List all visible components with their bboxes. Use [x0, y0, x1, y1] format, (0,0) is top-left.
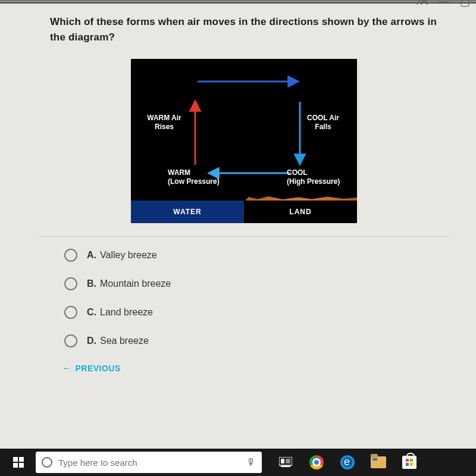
option-d-label: D.Sea breeze	[87, 336, 149, 346]
radio-d[interactable]	[64, 334, 77, 347]
store-icon	[402, 456, 416, 469]
land-region: LAND	[244, 201, 357, 223]
diagram-container: WARM Air Rises COOL Air Falls WARM (Low …	[50, 59, 438, 223]
glyph-min: —	[439, 0, 449, 8]
label-cool-high-pressure: COOL (High Pressure)	[287, 168, 344, 186]
quiz-content: Which of these forms when air moves in t…	[0, 4, 476, 374]
question-text: Which of these forms when air moves in t…	[50, 14, 438, 45]
search-input[interactable]	[58, 458, 240, 468]
window-controls-cutoff: ⁄A — ▢	[419, 0, 470, 8]
option-a[interactable]: A.Valley breeze	[64, 249, 438, 262]
radio-c[interactable]	[64, 306, 77, 319]
svg-rect-7	[281, 466, 290, 467]
air-circulation-diagram: WARM Air Rises COOL Air Falls WARM (Low …	[131, 59, 357, 223]
option-b-label: B.Mountain breeze	[87, 278, 171, 289]
start-button[interactable]	[5, 449, 32, 476]
label-cool-air-falls: COOL Air Falls	[306, 114, 340, 131]
chrome-icon	[309, 455, 324, 469]
arrow-left-icon: ←	[62, 363, 72, 374]
water-label: WATER	[173, 208, 201, 216]
chrome-app[interactable]	[308, 454, 325, 471]
file-explorer-app[interactable]	[370, 454, 387, 471]
label-warm-low-pressure: WARM (Low Pressure)	[168, 168, 221, 186]
cortana-icon	[42, 457, 52, 468]
label-warm-air-rises: WARM Air Rises	[144, 114, 184, 131]
folder-icon	[371, 456, 386, 468]
windows-taskbar[interactable]: 🎙	[0, 449, 476, 476]
edge-icon	[340, 455, 355, 469]
glyph-box: ▢	[460, 0, 470, 8]
divider	[38, 236, 450, 237]
microsoft-store-app[interactable]	[401, 454, 418, 471]
option-b[interactable]: B.Mountain breeze	[64, 277, 438, 290]
option-a-label: A.Valley breeze	[87, 250, 157, 261]
edge-app[interactable]	[339, 454, 356, 471]
answer-options: A.Valley breeze B.Mountain breeze C.Land…	[50, 249, 438, 347]
windows-logo-icon	[13, 457, 24, 468]
radio-a[interactable]	[64, 249, 77, 262]
land-label: LAND	[289, 208, 311, 216]
glyph-cut: ⁄A	[419, 0, 428, 8]
svg-rect-6	[286, 459, 290, 464]
water-region: WATER	[131, 201, 244, 223]
taskbar-search[interactable]: 🎙	[36, 452, 262, 473]
radio-b[interactable]	[64, 277, 77, 290]
option-c[interactable]: C.Land breeze	[64, 306, 438, 319]
option-c-label: C.Land breeze	[87, 307, 153, 318]
task-view-button[interactable]	[277, 454, 294, 471]
previous-button[interactable]: ← PREVIOUS	[62, 363, 121, 374]
taskbar-pinned	[277, 454, 418, 471]
previous-label: PREVIOUS	[76, 364, 121, 373]
svg-rect-5	[281, 459, 284, 464]
option-d[interactable]: D.Sea breeze	[64, 334, 438, 347]
microphone-icon[interactable]: 🎙	[246, 457, 256, 468]
